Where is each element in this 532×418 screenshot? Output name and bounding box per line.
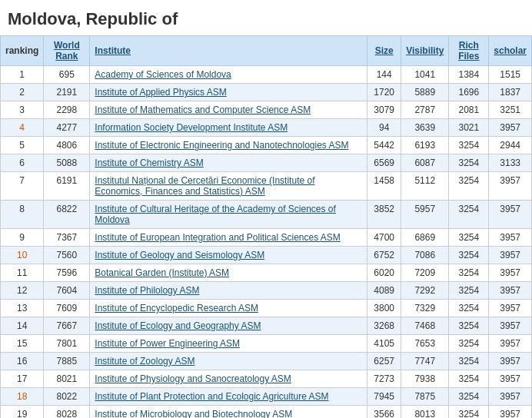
table-row: 14 7667 Institute of Ecology and Geograp… [1,317,532,335]
cell-visibility: 1041 [401,66,449,84]
visibility-value: 7468 [414,320,435,331]
cell-size: 4105 [367,335,401,353]
cell-institute[interactable]: Institute of Chemistry ASM [90,154,367,172]
visibility-value: 5112 [414,175,435,186]
table-row: 2 2191 Institute of Applied Physics ASM … [1,84,532,101]
institute-header-label: Institute [95,45,131,56]
scholar-value: 3957 [500,267,520,278]
world-rank-value: 8021 [56,373,77,384]
cell-rich-files: 1384 [449,66,489,84]
cell-world-rank: 695 [44,66,90,84]
cell-institute[interactable]: Institute of Geology and Seismology ASM [90,247,367,264]
cell-institute[interactable]: Institutul Național de Cercetări Economi… [90,172,367,201]
visibility-sort-link[interactable]: Visibility [406,45,444,56]
institute-link[interactable]: Institute of Microbiology and Biotechnol… [95,409,292,418]
cell-institute[interactable]: Academy of Sciences of Moldova [90,66,367,84]
institute-link[interactable]: Institute of Plant Protection and Ecolog… [95,391,328,402]
cell-rich-files: 3254 [449,406,489,419]
ranking-value: 10 [17,250,27,260]
cell-scholar: 3957 [489,388,532,406]
institute-sort-link[interactable]: Institute [95,45,131,56]
cell-ranking: 6 [1,154,44,172]
scholar-value: 3251 [500,104,520,115]
cell-size: 3852 [367,201,401,229]
col-header-world-rank[interactable]: World Rank [44,36,90,66]
cell-rich-files: 3021 [449,119,489,137]
cell-size: 94 [367,119,401,137]
scholar-value: 3957 [500,373,520,384]
cell-institute[interactable]: Institute of Applied Physics ASM [90,84,367,101]
cell-ranking: 5 [1,137,44,154]
institute-link[interactable]: Institute of Power Engineering ASM [95,338,240,349]
size-sort-link[interactable]: Size [375,45,394,56]
institute-link[interactable]: Institute of Ecology and Geography ASM [95,320,261,331]
cell-institute[interactable]: Institute of Zoology ASM [90,353,367,370]
visibility-value: 2787 [414,104,435,115]
cell-world-rank: 7609 [44,300,90,317]
institute-link[interactable]: Institute of Encyclopedic Research ASM [95,303,258,314]
size-value: 94 [379,122,389,133]
cell-institute[interactable]: Institute of Power Engineering ASM [90,335,367,353]
col-header-rich-files[interactable]: Rich Files [449,36,489,66]
institute-link[interactable]: Academy of Sciences of Moldova [95,69,231,80]
table-row: 9 7367 Institute of European Integration… [1,229,532,247]
cell-visibility: 7653 [401,335,449,353]
cell-institute[interactable]: Botanical Garden (Institute) ASM [90,264,367,282]
institute-link[interactable]: Botanical Garden (Institute) ASM [95,267,229,278]
cell-size: 4700 [367,229,401,247]
institute-link[interactable]: Institute of Electronic Engineering and … [95,140,348,151]
cell-institute[interactable]: Institute of Encyclopedic Research ASM [90,300,367,317]
institute-link[interactable]: Institute of Zoology ASM [95,356,195,367]
cell-institute[interactable]: Institute of Cultural Heritage of the Ac… [90,201,367,229]
col-header-institute[interactable]: Institute [90,36,367,66]
cell-scholar: 3957 [489,370,532,388]
table-row: 13 7609 Institute of Encyclopedic Resear… [1,300,532,317]
institute-link[interactable]: Information Society Development Institut… [95,122,288,133]
cell-institute[interactable]: Institute of Ecology and Geography ASM [90,317,367,335]
institute-link[interactable]: Institute of Applied Physics ASM [95,87,226,98]
scholar-sort-link[interactable]: scholar [494,45,527,56]
cell-institute[interactable]: Institute of Physiology and Sanocreatolo… [90,370,367,388]
rich-files-value: 3254 [458,320,479,331]
col-header-size[interactable]: Size [367,36,401,66]
cell-institute[interactable]: Institute of Plant Protection and Ecolog… [90,388,367,406]
institute-link[interactable]: Institute of Chemistry ASM [95,158,203,168]
institute-link[interactable]: Institute of European Integration and Po… [95,232,341,243]
cell-visibility: 7209 [401,264,449,282]
cell-institute[interactable]: Institute of Microbiology and Biotechnol… [90,406,367,419]
institute-link[interactable]: Institutul Național de Cercetări Economi… [95,175,314,197]
cell-institute[interactable]: Institute of Philology ASM [90,282,367,300]
cell-world-rank: 7367 [44,229,90,247]
size-value: 4089 [374,285,394,296]
institute-link[interactable]: Institute of Philology ASM [95,285,199,296]
institute-link[interactable]: Institute of Geology and Seismology ASM [95,250,264,260]
visibility-value: 6869 [414,232,435,243]
rich-files-value: 3254 [458,140,479,151]
visibility-value: 6087 [414,158,435,168]
cell-rich-files: 3254 [449,370,489,388]
cell-rich-files: 3254 [449,282,489,300]
institute-link[interactable]: Institute of Cultural Heritage of the Ac… [95,204,336,225]
cell-institute[interactable]: Information Society Development Institut… [90,119,367,137]
cell-institute[interactable]: Institute of Electronic Engineering and … [90,137,367,154]
cell-rich-files: 3254 [449,201,489,229]
scholar-value: 3957 [500,175,520,186]
institute-link[interactable]: Institute of Physiology and Sanocreatolo… [95,373,291,384]
ranking-value: 4 [19,122,25,133]
col-header-scholar[interactable]: scholar [489,36,532,66]
world-rank-value: 7885 [56,356,77,367]
rich-files-value: 3254 [458,303,479,314]
cell-size: 144 [367,66,401,84]
ranking-value: 19 [17,409,27,418]
world-rank-sort-link[interactable]: World Rank [54,40,80,61]
cell-scholar: 3957 [489,172,532,201]
table-row: 16 7885 Institute of Zoology ASM 6257 77… [1,353,532,370]
cell-institute[interactable]: Institute of European Integration and Po… [90,229,367,247]
cell-institute[interactable]: Institute of Mathematics and Computer Sc… [90,101,367,119]
col-header-visibility[interactable]: Visibility [401,36,449,66]
institute-link[interactable]: Institute of Mathematics and Computer Sc… [95,104,311,115]
cell-scholar: 3957 [489,282,532,300]
rich-files-sort-link[interactable]: Rich Files [458,40,479,61]
size-value: 1458 [374,175,394,186]
cell-visibility: 5889 [401,84,449,101]
